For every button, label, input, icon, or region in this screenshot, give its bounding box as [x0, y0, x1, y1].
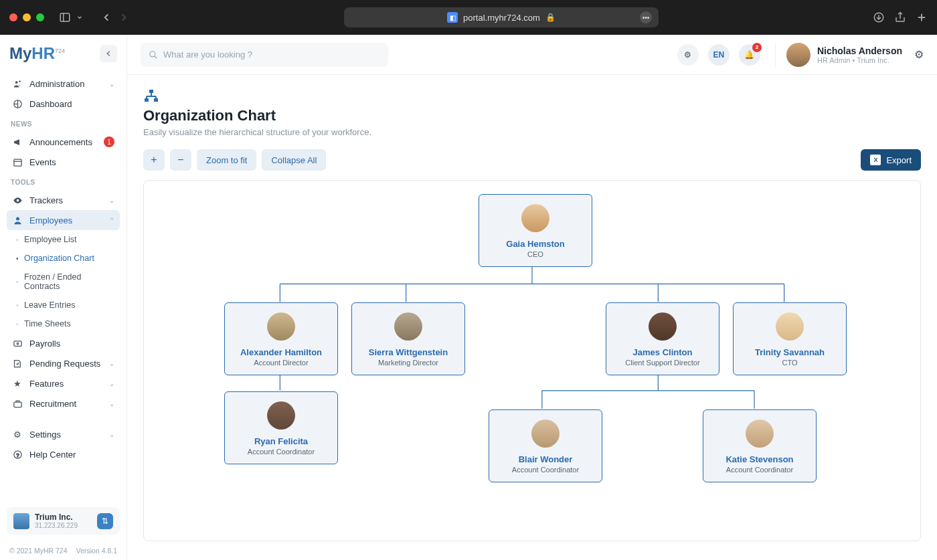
org-node[interactable]: James Clinton Client Support Director	[606, 302, 719, 375]
chevron-down-icon: ⌄	[109, 80, 114, 88]
chevron-down-icon: ⌄	[109, 431, 114, 438]
chevron-down-icon[interactable]	[76, 11, 83, 23]
notif-badge: 2	[752, 43, 762, 52]
svg-rect-12	[13, 159, 21, 166]
svg-rect-24	[154, 98, 158, 102]
zoom-fit-button[interactable]: Zoom to fit	[197, 149, 256, 171]
sidebar-item-payrolls[interactable]: Payrolls	[7, 333, 120, 353]
org-chart-canvas[interactable]: Gaia Hemston CEO Alexander Hamilton Acco…	[143, 180, 921, 541]
svg-rect-23	[145, 98, 149, 102]
subnav-time-sheets[interactable]: Time Sheets	[12, 314, 120, 333]
back-icon[interactable]	[100, 11, 112, 23]
sidebar-item-employees[interactable]: Employees ⌃	[7, 210, 120, 230]
svg-point-16	[17, 343, 19, 345]
nav-section-tools: TOOLS	[7, 172, 120, 190]
export-button[interactable]: X Export	[861, 149, 921, 171]
bell-icon: 🔔	[744, 50, 754, 60]
downloads-icon[interactable]	[873, 11, 885, 23]
page-subtitle: Easily visualize the hierarchical struct…	[143, 127, 921, 137]
sidebar-item-settings[interactable]: ⚙ Settings ⌄	[7, 424, 120, 444]
sidebar-item-pending-requests[interactable]: Pending Requests ⌄	[7, 353, 120, 373]
subnav-org-chart[interactable]: Organization Chart	[12, 249, 120, 268]
svg-rect-17	[13, 402, 21, 407]
org-node[interactable]: Katie Stevenson Account Coordinator	[703, 409, 817, 482]
payroll-icon	[12, 338, 23, 349]
sidebar-item-recruitment[interactable]: Recruitment ⌄	[7, 393, 120, 413]
org-node[interactable]: Trinity Savannah CTO	[733, 302, 847, 375]
sidebar-item-help[interactable]: ? Help Center	[7, 444, 120, 464]
maximize-window[interactable]	[36, 13, 44, 21]
chevron-down-icon: ⌄	[109, 360, 114, 367]
sidebar-item-dashboard[interactable]: Dashboard	[7, 94, 120, 114]
org-ip: 31.223.26.229	[35, 522, 92, 529]
org-name: Trium Inc.	[35, 512, 92, 522]
share-icon[interactable]	[894, 11, 906, 23]
svg-rect-15	[13, 341, 21, 346]
settings-quick-button[interactable]: ⚙	[677, 44, 699, 66]
user-avatar	[786, 43, 811, 67]
requests-icon	[12, 358, 23, 369]
org-node[interactable]: Sierra Wittgenstein Marketing Director	[351, 302, 465, 375]
search-input[interactable]: What are you looking ?	[141, 43, 388, 67]
avatar	[531, 419, 560, 448]
gear-icon: ⚙	[12, 429, 23, 440]
org-node[interactable]: Blair Wonder Account Coordinator	[489, 409, 602, 482]
chevron-down-icon: ⌄	[109, 380, 114, 387]
sidebar-item-announcements[interactable]: Announcements 1	[7, 132, 120, 152]
svg-point-8	[19, 80, 21, 82]
language-button[interactable]: EN	[708, 44, 730, 66]
org-node-ceo[interactable]: Gaia Hemston CEO	[479, 194, 592, 267]
chevron-up-icon: ⌃	[109, 217, 114, 224]
lock-icon: 🔒	[545, 13, 556, 22]
svg-rect-0	[60, 13, 70, 21]
minimize-window[interactable]	[23, 13, 31, 21]
subnav-employee-list[interactable]: Employee List	[12, 230, 120, 249]
close-window[interactable]	[9, 13, 17, 21]
copyright: © 2021 MyHR 724	[9, 547, 68, 555]
sidebar: MyHR724 Administration ⌄ Dashboard NEWS …	[0, 35, 127, 560]
sidebar-item-events[interactable]: Events	[7, 152, 120, 172]
user-settings-icon[interactable]: ⚙	[914, 48, 924, 61]
avatar	[776, 312, 804, 341]
notifications-button[interactable]: 🔔 2	[739, 44, 760, 66]
sidebar-item-features[interactable]: ★ Features ⌄	[7, 373, 120, 393]
subnav-frozen-contracts[interactable]: Frozen / Ended Contracts	[12, 268, 120, 296]
zoom-in-button[interactable]: +	[143, 149, 165, 171]
topbar: What are you looking ? ⚙ EN 🔔 2 Nicholas…	[127, 35, 937, 75]
switch-org-button[interactable]: ⇅	[97, 513, 113, 529]
sidebar-item-trackers[interactable]: Trackers ⌄	[7, 190, 120, 210]
avatar	[267, 401, 295, 430]
megaphone-icon	[12, 136, 23, 147]
url-text: portal.myhr724.com	[463, 13, 540, 23]
dashboard-icon	[12, 98, 23, 109]
avatar	[649, 312, 677, 341]
sidebar-toggle-icon[interactable]	[59, 11, 71, 23]
collapse-sidebar-button[interactable]	[100, 45, 117, 62]
user-name: Nicholas Anderson	[817, 45, 902, 56]
search-icon	[149, 50, 158, 60]
avatar	[267, 312, 295, 341]
nav-section-news: NEWS	[7, 114, 120, 132]
eye-icon	[12, 195, 23, 205]
forward-icon	[118, 11, 130, 23]
user-menu[interactable]: Nicholas Anderson HR Admin • Trium Inc. …	[775, 43, 924, 67]
org-logo-icon	[13, 513, 29, 529]
version: Version 4.8.1	[76, 547, 117, 555]
user-role: HR Admin • Trium Inc.	[817, 56, 902, 64]
sidebar-item-administration[interactable]: Administration ⌄	[7, 74, 120, 94]
avatar	[521, 204, 549, 232]
excel-icon: X	[870, 155, 881, 165]
url-bar[interactable]: ◧ portal.myhr724.com 🔒 •••	[344, 7, 659, 27]
subnav-leave-entries[interactable]: Leave Entries	[12, 296, 120, 314]
gear-icon: ⚙	[684, 50, 691, 60]
org-node[interactable]: Ryan Felicita Account Coordinator	[224, 391, 338, 464]
page-actions-icon[interactable]: •••	[640, 11, 652, 23]
org-node[interactable]: Alexander Hamilton Account Director	[224, 302, 338, 375]
new-tab-icon[interactable]	[916, 11, 928, 23]
svg-text:?: ?	[16, 452, 19, 458]
collapse-all-button[interactable]: Collapse All	[262, 149, 326, 171]
zoom-out-button[interactable]: −	[170, 149, 191, 171]
org-switcher[interactable]: Trium Inc. 31.223.26.229 ⇅	[7, 507, 120, 535]
org-chart-icon	[143, 88, 158, 103]
admin-icon	[12, 78, 23, 89]
